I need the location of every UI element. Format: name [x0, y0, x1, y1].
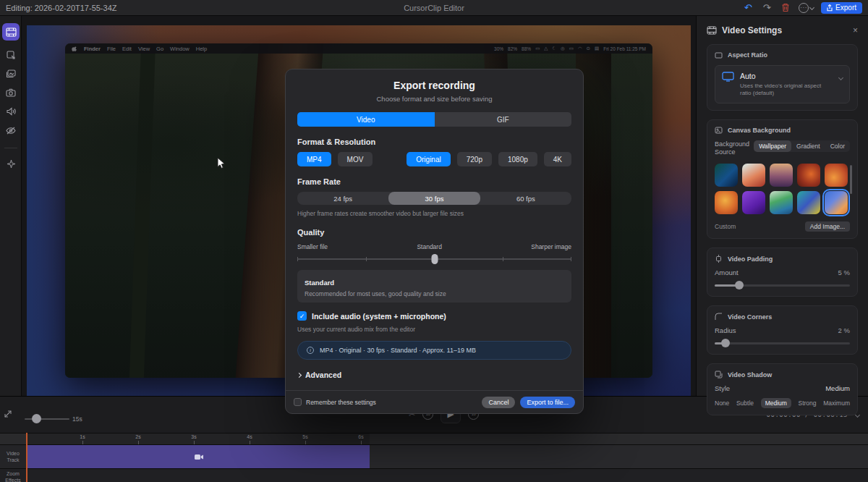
- audio-checkbox[interactable]: ✓: [297, 311, 307, 321]
- shadow-style-label: Style: [715, 384, 730, 392]
- more-options-button[interactable]: ···: [799, 3, 814, 13]
- timeline-playhead[interactable]: [26, 433, 27, 482]
- wallpaper-thumbnail[interactable]: [770, 164, 793, 187]
- tool-sidebar: [0, 16, 22, 396]
- sidebar-item-crop[interactable]: [2, 46, 20, 64]
- app-title: CursorClip Editor: [0, 4, 868, 12]
- quality-mid-label: Standard: [417, 243, 442, 250]
- camera-icon: [6, 88, 16, 97]
- resolution-option-4k[interactable]: 4K: [544, 152, 571, 166]
- timeline-zoom-label: 15s: [72, 415, 82, 423]
- export-to-file-button[interactable]: Export to file...: [520, 397, 575, 408]
- video-shadow-card: Video Shadow Style Medium None Subtle Me…: [707, 363, 858, 415]
- shadow-option-medium[interactable]: Medium: [761, 398, 791, 408]
- timeline-ruler[interactable]: 1s 2s 3s 4s 5s 6s: [0, 433, 868, 444]
- wallpaper-thumbnail[interactable]: [825, 164, 848, 187]
- tab-wallpaper[interactable]: Wallpaper: [754, 140, 791, 152]
- frame-rate-24[interactable]: 24 fps: [297, 192, 388, 205]
- sparkle-icon: [7, 159, 16, 169]
- tab-color[interactable]: Color: [825, 140, 850, 152]
- resolution-option-original[interactable]: Original: [407, 152, 450, 166]
- quality-value-desc: Recommended for most uses, good quality …: [305, 290, 564, 297]
- sidebar-item-camera[interactable]: [2, 84, 20, 101]
- shadow-option-maximum[interactable]: Maximum: [823, 399, 850, 407]
- tab-gif[interactable]: GIF: [435, 112, 572, 127]
- frame-rate-30[interactable]: 30 fps: [388, 192, 480, 205]
- sidebar-divider: [4, 148, 17, 148]
- padding-value: 5: [838, 269, 842, 276]
- shadow-option-strong[interactable]: Strong: [799, 399, 817, 407]
- close-icon[interactable]: ×: [853, 25, 858, 35]
- shadow-options: None Subtle Medium Strong Maximum: [715, 398, 850, 408]
- add-image-button[interactable]: Add Image...: [805, 221, 850, 232]
- format-section-label: Format & Resolution: [297, 138, 571, 146]
- wallpaper-thumbnail[interactable]: [770, 191, 793, 214]
- background-source-tabs: Wallpaper Gradient Color: [754, 140, 850, 152]
- video-clip[interactable]: [27, 445, 370, 469]
- quality-slider[interactable]: [297, 254, 571, 264]
- dialog-title: Export recording: [297, 80, 571, 91]
- wallpaper-thumbnail[interactable]: [797, 164, 820, 187]
- remember-settings-checkbox[interactable]: [294, 398, 302, 406]
- sidebar-item-audio[interactable]: [2, 103, 20, 120]
- editing-filename-label: Editing: 2026-02-20T17-55-34Z: [6, 4, 116, 12]
- sidebar-item-background[interactable]: [2, 65, 20, 83]
- aspect-ratio-card: Aspect Ratio Auto Uses the video's origi…: [707, 44, 858, 111]
- quality-min-label: Smaller file: [297, 243, 328, 250]
- frame-rate-60[interactable]: 60 fps: [480, 192, 571, 205]
- format-option-mp4[interactable]: MP4: [297, 152, 331, 166]
- export-summary-text: MP4 · Original · 30 fps · Standard · App…: [320, 347, 476, 354]
- sidebar-item-video-clips[interactable]: [2, 23, 20, 41]
- wallpaper-thumbnail-selected[interactable]: [825, 191, 848, 214]
- aspect-ratio-icon: [715, 52, 723, 59]
- wallpaper-thumbnail[interactable]: [715, 191, 738, 214]
- sidebar-item-effects[interactable]: [2, 155, 20, 172]
- wallpaper-thumbnail[interactable]: [715, 164, 738, 187]
- crop-icon: [6, 50, 16, 60]
- video-corners-card: Video Corners Radius 2 %: [707, 305, 858, 355]
- wallpaper-thumbnail[interactable]: [742, 164, 765, 187]
- cancel-button[interactable]: Cancel: [482, 397, 515, 408]
- shadow-option-subtle[interactable]: Subtle: [736, 399, 754, 407]
- timeline-zoom-handle[interactable]: [32, 414, 41, 423]
- video-padding-card: Video Padding Amount 5 %: [707, 248, 858, 297]
- tab-video[interactable]: Video: [297, 112, 435, 127]
- tab-gradient[interactable]: Gradient: [791, 140, 825, 152]
- padding-slider-handle[interactable]: [735, 281, 744, 289]
- background-source-label: Background Source: [715, 140, 754, 156]
- quality-info-card: Standard Recommended for most uses, good…: [297, 270, 571, 303]
- corners-radius-label: Radius: [715, 326, 736, 334]
- sidebar-item-hide[interactable]: [2, 122, 20, 139]
- display-icon: [722, 72, 734, 82]
- audio-help: Uses your current audio mix from the edi…: [297, 326, 571, 333]
- wallpaper-thumbnail[interactable]: [742, 191, 765, 214]
- mouse-cursor: [217, 157, 226, 169]
- corners-slider[interactable]: [715, 339, 850, 347]
- format-option-mov[interactable]: MOV: [338, 152, 373, 166]
- top-bar-actions: ↶ ↷ ··· Export: [742, 2, 862, 14]
- video-clip-icon: [195, 454, 203, 460]
- corners-value: 2: [838, 326, 842, 334]
- export-button[interactable]: Export: [821, 2, 862, 14]
- quality-slider-handle[interactable]: [431, 254, 438, 264]
- advanced-disclosure[interactable]: Advanced: [297, 371, 571, 379]
- undo-icon[interactable]: ↶: [742, 2, 754, 14]
- resize-icon[interactable]: [4, 410, 12, 418]
- frame-rate-segmented: 24 fps 30 fps 60 fps: [297, 192, 571, 205]
- video-track-label: Video Track: [0, 451, 26, 463]
- shadow-option-none[interactable]: None: [715, 399, 729, 407]
- delete-icon[interactable]: [780, 2, 791, 14]
- corners-slider-handle[interactable]: [721, 339, 730, 347]
- quality-max-label: Sharper image: [531, 243, 571, 250]
- wallpaper-thumbnail[interactable]: [797, 191, 820, 214]
- film-icon: [6, 28, 17, 37]
- padding-slider[interactable]: [715, 281, 850, 289]
- zoom-effects-row: Zoom Effects: [0, 468, 868, 482]
- aspect-ratio-dropdown[interactable]: Auto Uses the video's original aspect ra…: [715, 65, 850, 103]
- corners-icon: [715, 313, 723, 321]
- resolution-option-1080p[interactable]: 1080p: [498, 152, 537, 166]
- thumbnail-scrollbar[interactable]: [850, 165, 852, 194]
- resolution-option-720p[interactable]: 720p: [457, 152, 492, 166]
- dialog-subtitle: Choose format and size before saving: [297, 95, 571, 103]
- redo-icon[interactable]: ↷: [761, 2, 773, 14]
